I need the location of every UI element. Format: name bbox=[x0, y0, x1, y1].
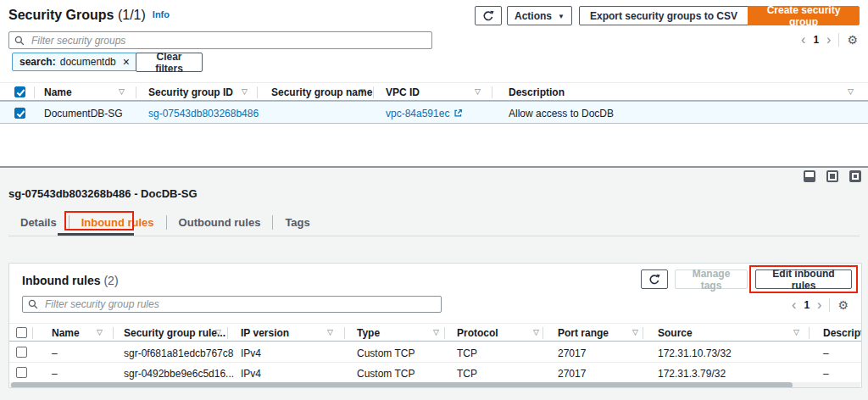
tab-inbound-rules[interactable]: Inbound rules bbox=[70, 216, 166, 229]
horizontal-scrollbar-thumb[interactable] bbox=[11, 382, 793, 388]
rule-ip-version-cell: IPv4 bbox=[241, 347, 261, 359]
column-divider bbox=[32, 327, 33, 339]
rules-settings-gear-icon[interactable]: ⚙ bbox=[837, 299, 849, 311]
inbound-rules-heading: Inbound rules (2) bbox=[22, 274, 119, 287]
sort-icon[interactable]: ▽ bbox=[475, 88, 481, 96]
edit-inbound-rules-label: Edit inbound rules bbox=[765, 268, 843, 292]
inbound-rules-count: (2) bbox=[103, 274, 118, 287]
sort-icon[interactable]: ▽ bbox=[215, 329, 221, 336]
token-key: search: bbox=[19, 56, 56, 68]
remove-token-icon[interactable]: × bbox=[123, 56, 130, 68]
clear-filters-button[interactable]: Clear filters bbox=[136, 53, 203, 72]
col-header-vpc-id[interactable]: VPC ID bbox=[386, 86, 420, 98]
clear-filters-label: Clear filters bbox=[145, 51, 193, 75]
col-header-port-range[interactable]: Port range bbox=[558, 327, 609, 339]
refresh-rules-button[interactable] bbox=[641, 269, 668, 289]
sort-icon[interactable]: ▽ bbox=[119, 88, 125, 96]
rules-page-number[interactable]: 1 bbox=[804, 299, 810, 311]
rule-row-checkbox[interactable] bbox=[16, 347, 27, 358]
filter-security-groups-input[interactable] bbox=[8, 31, 432, 49]
manage-tags-button[interactable]: Manage tags bbox=[675, 269, 748, 289]
col-header-ip-version[interactable]: IP version bbox=[241, 327, 289, 339]
rule-protocol-cell: TCP bbox=[457, 368, 477, 380]
sort-icon[interactable]: ▽ bbox=[793, 329, 799, 336]
rule-port-range-cell: 27017 bbox=[558, 368, 586, 380]
col-header-rule-id[interactable]: Security group rule... bbox=[124, 327, 225, 339]
row-checkbox[interactable] bbox=[14, 108, 25, 119]
tab-outbound-rules[interactable]: Outbound rules bbox=[167, 216, 273, 229]
rule-name-cell: – bbox=[52, 347, 58, 359]
select-all-checkbox[interactable] bbox=[14, 86, 25, 97]
page-prev-button[interactable]: ‹ bbox=[801, 33, 805, 47]
settings-gear-icon[interactable]: ⚙ bbox=[847, 34, 858, 46]
column-divider bbox=[136, 86, 136, 98]
column-divider bbox=[444, 327, 445, 339]
inbound-rules-title: Inbound rules bbox=[22, 274, 101, 287]
page-count: (1/1) bbox=[118, 8, 146, 22]
security-groups-table-header: Name ▽ Security group ID ▽ Security grou… bbox=[0, 82, 868, 101]
column-divider bbox=[373, 86, 374, 98]
sort-icon[interactable]: ▽ bbox=[632, 329, 638, 336]
column-divider bbox=[257, 86, 258, 98]
actions-label: Actions bbox=[515, 10, 552, 22]
rules-page-next-button[interactable]: › bbox=[817, 298, 821, 312]
col-header-protocol[interactable]: Protocol bbox=[457, 327, 498, 339]
page-next-button[interactable]: › bbox=[826, 33, 831, 47]
horizontal-scrollbar bbox=[10, 382, 860, 388]
column-divider bbox=[492, 86, 492, 98]
create-security-group-label: Create security group bbox=[757, 4, 850, 28]
col-header-description[interactable]: Description bbox=[509, 86, 565, 98]
sort-icon[interactable]: ▽ bbox=[433, 329, 439, 336]
col-header-sg-id[interactable]: Security group ID bbox=[148, 86, 233, 98]
rule-row[interactable]: – sgr-0492bbe9e6c5d16... IPv4 Custom TCP… bbox=[9, 363, 861, 383]
col-header-name[interactable]: Name bbox=[44, 86, 72, 98]
rules-select-all-checkbox[interactable] bbox=[16, 327, 27, 338]
rule-row[interactable]: – sgr-0f681a81edcb767c8 IPv4 Custom TCP … bbox=[9, 342, 861, 363]
filter-security-group-rules-input[interactable] bbox=[22, 296, 442, 313]
layout-bottom-panel-icon[interactable] bbox=[804, 170, 815, 182]
sort-icon[interactable]: ▽ bbox=[97, 329, 103, 336]
security-group-row[interactable]: DocumentDB-SG sg-07543db803268b486 vpc-8… bbox=[0, 101, 868, 124]
refresh-button[interactable] bbox=[475, 6, 502, 25]
col-header-rule-name[interactable]: Name bbox=[52, 327, 80, 339]
sg-id-link[interactable]: sg-07543db803268b486 bbox=[148, 108, 259, 119]
detail-tabs: Details Inbound rules Outbound rules Tag… bbox=[8, 210, 322, 234]
inbound-rules-card: Inbound rules (2) Manage tags Edit inbou… bbox=[8, 263, 862, 388]
col-header-type[interactable]: Type bbox=[357, 327, 380, 339]
manage-tags-label: Manage tags bbox=[684, 268, 738, 292]
layout-full-panel-icon[interactable] bbox=[849, 170, 861, 182]
page-number[interactable]: 1 bbox=[813, 34, 819, 46]
rule-source-cell: 172.31.3.79/32 bbox=[658, 368, 726, 380]
pagination-top: ‹ 1 › ⚙ bbox=[801, 33, 858, 47]
rule-ip-version-cell: IPv4 bbox=[241, 368, 261, 380]
page-header: Security Groups (1/1)Info bbox=[8, 8, 170, 23]
tab-details[interactable]: Details bbox=[8, 216, 69, 229]
rule-id-cell: sgr-0492bbe9e6c5d16... bbox=[124, 368, 234, 380]
sort-icon[interactable]: ▽ bbox=[533, 329, 539, 336]
export-csv-button[interactable]: Export security groups to CSV bbox=[579, 6, 748, 25]
create-security-group-button[interactable]: Create security group bbox=[748, 6, 860, 25]
col-header-rule-description[interactable]: Description bbox=[823, 327, 862, 339]
col-header-sg-name[interactable]: Security group name bbox=[271, 86, 372, 98]
column-divider bbox=[542, 327, 543, 339]
column-divider bbox=[227, 327, 228, 339]
sort-icon[interactable]: ▽ bbox=[848, 88, 854, 96]
external-link-icon bbox=[453, 108, 463, 118]
actions-button[interactable]: Actions ▼ bbox=[507, 6, 572, 25]
filter-input-wrap bbox=[8, 31, 432, 49]
info-link[interactable]: Info bbox=[153, 9, 170, 19]
sort-icon[interactable]: ▽ bbox=[327, 329, 333, 336]
vpc-id-link[interactable]: vpc-84a591ec bbox=[386, 108, 449, 119]
sort-icon[interactable]: ▽ bbox=[242, 88, 248, 96]
tab-tags[interactable]: Tags bbox=[273, 216, 321, 229]
sort-icon[interactable]: ▽ bbox=[359, 88, 365, 96]
export-csv-label: Export security groups to CSV bbox=[590, 10, 737, 22]
rule-row-checkbox[interactable] bbox=[16, 367, 27, 378]
layout-side-panel-icon[interactable] bbox=[826, 170, 838, 182]
col-header-source[interactable]: Source bbox=[658, 327, 693, 339]
rule-type-cell: Custom TCP bbox=[357, 347, 415, 359]
rule-id-cell: sgr-0f681a81edcb767c8 bbox=[124, 347, 233, 359]
edit-inbound-rules-button[interactable]: Edit inbound rules bbox=[755, 269, 852, 289]
refresh-icon bbox=[482, 10, 494, 22]
rules-page-prev-button[interactable]: ‹ bbox=[792, 298, 796, 312]
